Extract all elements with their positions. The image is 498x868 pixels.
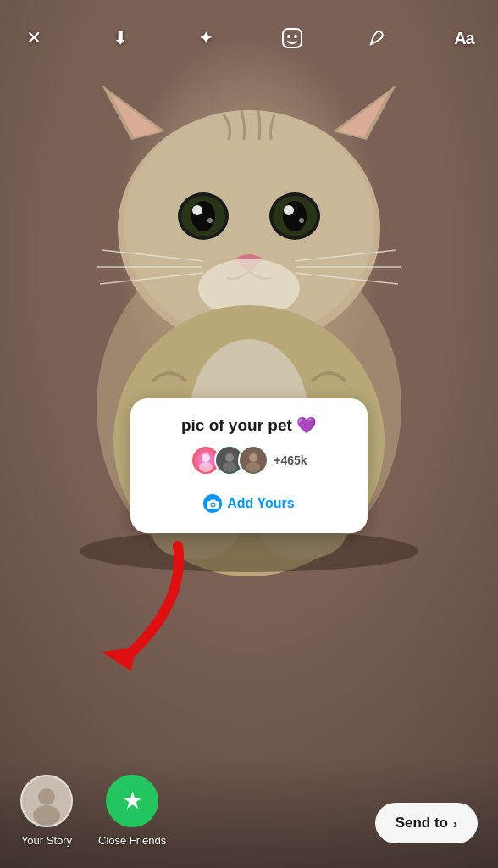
close-friends-option[interactable]: ★ Close Friends — [98, 775, 166, 847]
participant-count: +465k — [274, 453, 307, 467]
close-friends-label: Close Friends — [98, 834, 166, 847]
add-yours-label: Add Yours — [227, 496, 294, 511]
svg-point-41 — [246, 462, 260, 472]
star-icon: ★ — [122, 789, 143, 813]
svg-marker-44 — [102, 648, 136, 671]
sticker-avatars: +465k — [149, 445, 349, 476]
camera-icon — [203, 494, 222, 513]
download-button[interactable]: ⬇ — [105, 23, 136, 53]
your-story-avatar — [20, 775, 73, 827]
svg-point-46 — [38, 788, 55, 805]
story-options: Your Story ★ Close Friends — [20, 775, 375, 847]
svg-rect-30 — [283, 29, 302, 47]
add-yours-button[interactable]: Add Yours — [149, 487, 349, 520]
sparkles-button[interactable]: ✦ — [191, 23, 221, 53]
svg-point-47 — [33, 805, 60, 826]
bottom-bar: Your Story ★ Close Friends Send to › — [0, 758, 498, 868]
svg-point-32 — [294, 35, 297, 38]
toolbar: ✕ ⬇ ✦ Aa — [0, 0, 498, 59]
text-button[interactable]: Aa — [449, 23, 479, 53]
svg-point-42 — [211, 503, 214, 506]
svg-point-34 — [202, 453, 210, 462]
chevron-right-icon: › — [453, 816, 457, 831]
your-story-label: Your Story — [21, 834, 72, 847]
send-to-label: Send to — [396, 815, 448, 832]
close-button[interactable]: ✕ — [19, 23, 49, 53]
svg-point-31 — [287, 35, 290, 38]
sticker-title: pic of your pet 💜 — [149, 415, 349, 435]
your-story-option[interactable]: Your Story — [20, 775, 73, 847]
sticker-title-text: pic of your pet — [181, 416, 292, 434]
svg-point-38 — [223, 462, 236, 472]
svg-point-40 — [249, 453, 257, 462]
sticker-heart-emoji: 💜 — [296, 416, 317, 434]
close-friends-avatar: ★ — [106, 775, 158, 827]
draw-button[interactable] — [362, 23, 393, 53]
svg-point-35 — [199, 462, 213, 472]
avatar-3 — [238, 445, 268, 476]
send-to-button[interactable]: Send to › — [375, 803, 478, 843]
red-arrow — [85, 537, 195, 673]
face-effect-button[interactable] — [277, 23, 307, 53]
svg-point-37 — [225, 453, 234, 462]
sticker-card: pic of your pet 💜 — [130, 398, 368, 533]
story-avatar-image — [22, 776, 71, 826]
